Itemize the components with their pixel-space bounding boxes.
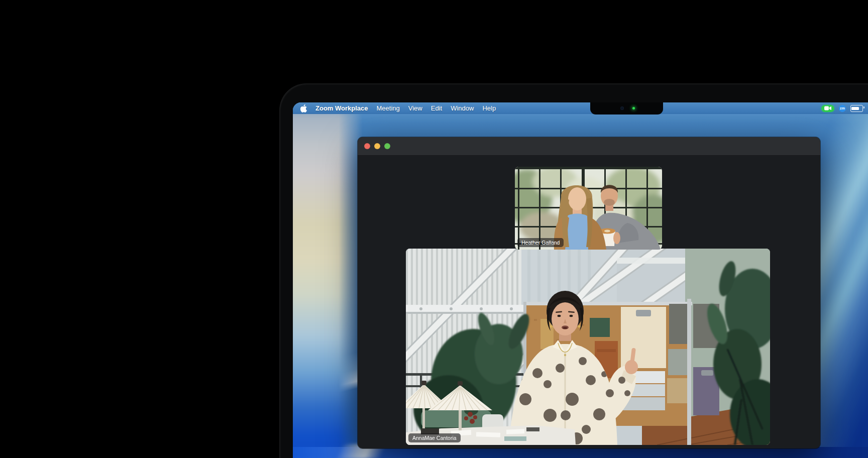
- battery-cap: [863, 106, 864, 108]
- wallpaper-left-band: [293, 110, 363, 458]
- camera-indicator[interactable]: [821, 105, 834, 112]
- minimize-button[interactable]: [374, 143, 380, 149]
- menu-item-help[interactable]: Help: [482, 104, 496, 112]
- video-tile-heather[interactable]: Heather Galland: [515, 167, 662, 250]
- zoom-window: Heather Galland: [358, 137, 820, 448]
- menu-item-view[interactable]: View: [408, 104, 422, 112]
- battery-fill: [851, 107, 859, 110]
- apple-menu[interactable]: [300, 104, 307, 112]
- menu-item-meeting[interactable]: Meeting: [377, 104, 400, 112]
- menubar-status: zm: [821, 105, 868, 112]
- close-button[interactable]: [364, 143, 370, 149]
- menu-item-edit[interactable]: Edit: [431, 104, 442, 112]
- zoom-button[interactable]: [384, 143, 390, 149]
- video-camera-icon: [824, 106, 831, 110]
- notch-camera-icon: [620, 106, 624, 110]
- app-menu[interactable]: Zoom Workplace: [315, 104, 368, 112]
- zoom-menubar-icon[interactable]: zm: [839, 105, 846, 112]
- notch: [590, 102, 663, 114]
- video-feed-illustration: [406, 249, 770, 445]
- apple-icon: [300, 104, 307, 112]
- menu-item-window[interactable]: Window: [451, 104, 474, 112]
- camera-active-light-icon: [632, 107, 635, 109]
- participant-name-label: Heather Galland: [517, 238, 564, 248]
- menu-bar: Zoom Workplace Meeting View Edit Window …: [293, 102, 868, 114]
- participant-name-label: AnnaMae Cantoria: [408, 433, 461, 443]
- window-titlebar[interactable]: [358, 137, 820, 156]
- screen: Zoom Workplace Meeting View Edit Window …: [293, 102, 868, 458]
- battery-icon[interactable]: [850, 105, 863, 112]
- video-feed-illustration: [515, 167, 662, 250]
- video-tile-annamae[interactable]: AnnaMae Cantoria: [406, 249, 770, 445]
